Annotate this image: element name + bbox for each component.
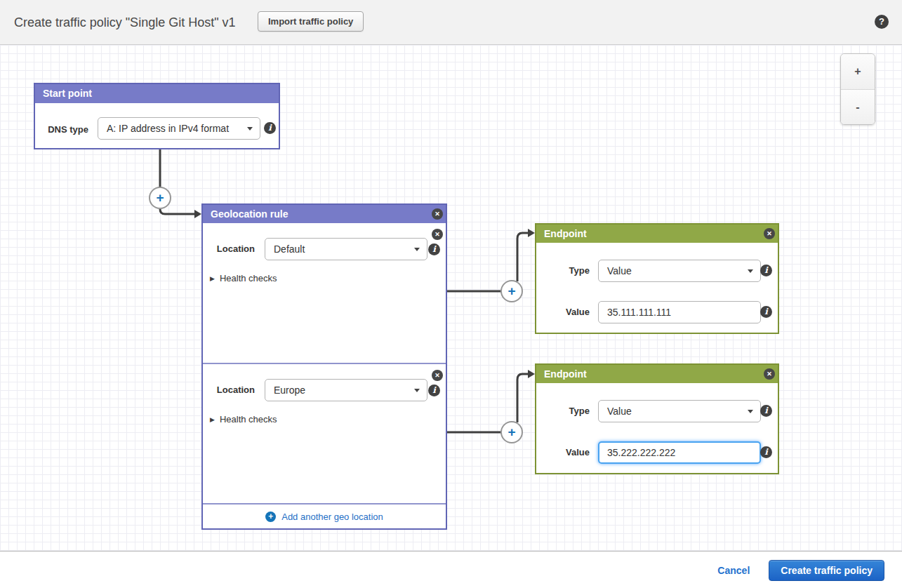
dns-type-dropdown[interactable]: A: IP address in IPv4 format [98, 117, 260, 140]
endpoint-header: Endpoint ✕ [536, 365, 778, 383]
import-traffic-policy-button[interactable]: Import traffic policy [258, 11, 364, 32]
location-dropdown[interactable]: Europe [265, 379, 427, 401]
geolocation-rule-header: Geolocation rule ✕ [203, 205, 446, 223]
add-another-geo-location-label: Add another geo location [281, 512, 383, 522]
cancel-button[interactable]: Cancel [717, 565, 750, 576]
zoom-in-button[interactable]: + [841, 54, 875, 89]
bottom-action-bar: Cancel Create traffic policy [0, 552, 902, 588]
dns-type-dropdown-value: A: IP address in IPv4 format [107, 123, 229, 134]
endpoint-type-info-icon[interactable]: i [760, 405, 772, 417]
health-checks-label: Health checks [220, 273, 277, 283]
page-title: Create traffic policy "Single Git Host" … [14, 15, 236, 30]
geo-section-default: ✕ Location Default i ▶ Health checks [203, 223, 446, 363]
type-label: Type [536, 265, 590, 276]
close-icon[interactable]: ✕ [432, 370, 443, 381]
dns-type-label: DNS type [35, 124, 88, 135]
location-label: Location [203, 243, 255, 254]
value-label: Value [536, 447, 590, 457]
location-label: Location [203, 385, 255, 395]
top-bar: Create traffic policy "Single Git Host" … [0, 0, 902, 45]
endpoint-header: Endpoint ✕ [536, 225, 778, 243]
location-dropdown-value: Default [274, 243, 305, 255]
geo-section-europe: ✕ Location Europe i ▶ Health checks [203, 363, 446, 503]
chevron-down-icon [414, 389, 420, 392]
endpoint-title: Endpoint [544, 228, 587, 239]
endpoint-value-input[interactable] [598, 301, 761, 323]
endpoint-node-2: Endpoint ✕ Type Value i Value i [535, 363, 779, 474]
endpoint-type-dropdown-value: Value [607, 265, 632, 276]
add-rule-plus-icon[interactable]: + [149, 187, 171, 209]
geolocation-rule-node: Geolocation rule ✕ ✕ Location Default i … [201, 203, 447, 530]
endpoint-type-dropdown[interactable]: Value [598, 400, 761, 422]
plus-icon: + [265, 512, 276, 522]
traffic-policy-canvas[interactable]: + - + + + Start point DNS type A: IP add… [0, 45, 902, 552]
start-point-node: Start point DNS type A: IP address in IP… [34, 83, 280, 149]
add-endpoint-plus-icon-default[interactable]: + [500, 280, 523, 302]
dns-type-info-icon[interactable]: i [264, 122, 276, 134]
chevron-down-icon [247, 127, 253, 131]
start-point-body: DNS type A: IP address in IPv4 format i [35, 103, 279, 148]
chevron-down-icon [748, 269, 753, 273]
chevron-down-icon [748, 410, 753, 413]
add-another-geo-location-button[interactable]: + Add another geo location [203, 503, 446, 528]
geolocation-rule-title: Geolocation rule [211, 208, 288, 220]
endpoint-node-1: Endpoint ✕ Type Value i Value i [535, 223, 779, 334]
health-checks-label: Health checks [220, 414, 277, 425]
location-info-icon[interactable]: i [428, 243, 440, 255]
endpoint-type-info-icon[interactable]: i [760, 265, 772, 276]
chevron-down-icon [414, 248, 420, 251]
start-point-header: Start point [35, 84, 279, 103]
close-icon[interactable]: ✕ [764, 228, 775, 239]
location-dropdown[interactable]: Default [265, 238, 427, 260]
close-icon[interactable]: ✕ [764, 368, 775, 380]
endpoint-type-dropdown-value: Value [607, 406, 632, 417]
add-endpoint-plus-icon-europe[interactable]: + [500, 421, 523, 443]
endpoint-body: Type Value i Value i [536, 383, 778, 473]
endpoint-title: Endpoint [544, 368, 587, 380]
disclosure-triangle-icon: ▶ [210, 275, 215, 282]
disclosure-triangle-icon: ▶ [210, 416, 215, 423]
health-checks-toggle[interactable]: ▶ Health checks [210, 414, 277, 425]
close-icon[interactable]: ✕ [432, 229, 443, 240]
type-label: Type [536, 406, 590, 416]
help-icon[interactable]: ? [875, 15, 889, 29]
value-label: Value [536, 307, 590, 317]
endpoint-type-dropdown[interactable]: Value [598, 260, 761, 282]
create-traffic-policy-button[interactable]: Create traffic policy [769, 560, 884, 581]
endpoint-body: Type Value i Value i [536, 243, 778, 333]
canvas-zoom-controls: + - [840, 53, 875, 125]
location-info-icon[interactable]: i [428, 385, 440, 396]
location-dropdown-value: Europe [274, 385, 305, 396]
close-icon[interactable]: ✕ [432, 208, 443, 220]
endpoint-value-info-icon[interactable]: i [760, 306, 772, 318]
zoom-out-button[interactable]: - [841, 89, 875, 124]
endpoint-value-input-focused[interactable] [598, 441, 761, 464]
endpoint-value-info-icon[interactable]: i [760, 446, 772, 458]
health-checks-toggle[interactable]: ▶ Health checks [210, 273, 277, 283]
